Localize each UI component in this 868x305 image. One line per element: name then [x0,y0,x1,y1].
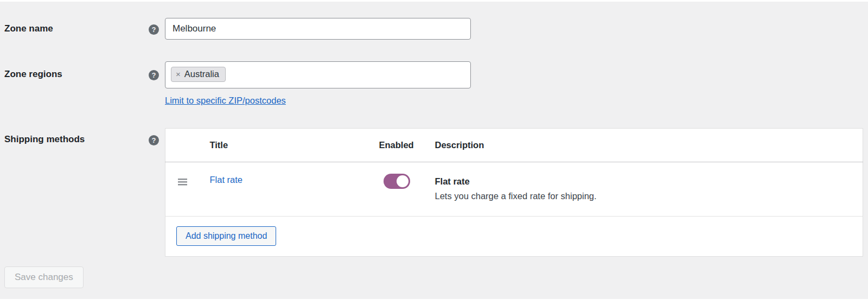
region-tag: × Australia [171,67,226,82]
limit-postcodes-link[interactable]: Limit to specific ZIP/postcodes [165,96,286,106]
shipping-methods-table: Title Enabled Description Flat rate [165,128,863,257]
help-icon[interactable]: ? [149,135,159,145]
zone-name-label: Zone name [4,23,149,34]
zone-name-input[interactable] [165,18,471,40]
enabled-toggle[interactable] [384,174,410,189]
drag-handle-icon[interactable] [178,179,187,186]
zone-regions-label: Zone regions [4,69,149,80]
toggle-knob [397,175,409,187]
method-title-link[interactable]: Flat rate [210,175,243,185]
method-description-title: Flat rate [435,175,854,188]
zone-name-row: Zone name ? [0,18,868,40]
column-header-sort [165,129,201,162]
column-header-title: Title [201,129,371,162]
zone-regions-select[interactable]: × Australia [165,61,471,88]
help-icon[interactable]: ? [149,70,159,80]
shipping-zone-settings: Zone name ? Zone regions ? × Australia L… [0,0,868,288]
shipping-method-table-row: Flat rate Flat rate Lets you charge a fi… [165,162,863,217]
shipping-methods-row: Shipping methods ? Title Enabled Descrip… [0,128,868,257]
save-changes-button[interactable]: Save changes [4,266,84,288]
bottom-edge-strip [0,299,868,305]
region-tag-label: Australia [184,69,219,79]
column-header-description: Description [426,129,863,162]
shipping-methods-label: Shipping methods [4,134,149,145]
column-header-enabled: Enabled [371,129,426,162]
zone-regions-row: Zone regions ? × Australia Limit to spec… [0,61,868,106]
method-description-text: Lets you charge a fixed rate for shippin… [435,191,597,201]
table-footer-row: Add shipping method [165,217,863,257]
add-shipping-method-button[interactable]: Add shipping method [176,226,276,246]
remove-tag-icon[interactable]: × [176,69,181,79]
help-icon[interactable]: ? [149,24,159,35]
table-header-row: Title Enabled Description [165,129,863,162]
